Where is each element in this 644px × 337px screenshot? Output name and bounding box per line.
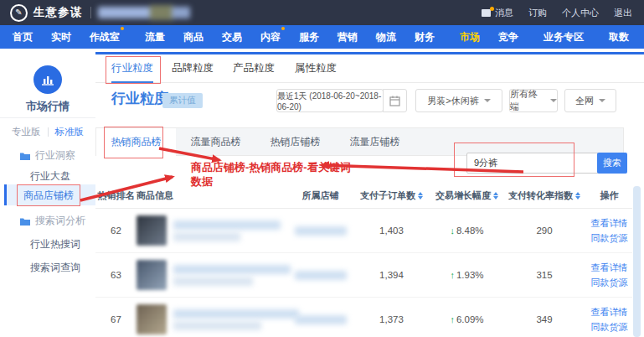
product-cell xyxy=(137,304,289,334)
scrollbar[interactable] xyxy=(633,186,641,337)
notification-dot xyxy=(490,7,494,11)
version-switcher: 专业版 标准版 xyxy=(0,126,95,138)
messages-button[interactable]: 消息 xyxy=(482,7,513,19)
table-row: 63 1,394 ↑1.93% 315 查看详情 同款货源 xyxy=(95,253,632,298)
sort-icon xyxy=(418,192,423,200)
table-header-row: 热销排名 商品信息 所属店铺 支付子订单数 交易增长幅度 支付转化率指数 操作 xyxy=(95,183,632,209)
chevron-down-icon xyxy=(484,99,491,106)
shop-cell xyxy=(289,271,352,280)
nav-item-realtime[interactable]: 实时 xyxy=(42,30,80,44)
blurred-product-text xyxy=(173,307,299,333)
col-growth-sort[interactable]: 交易增长幅度 xyxy=(431,189,502,202)
account-button[interactable]: 个人中心 xyxy=(562,7,599,19)
sidebar-item-hot-search-words[interactable]: 行业热搜词 xyxy=(0,237,95,251)
same-style-source-link[interactable]: 同款货源 xyxy=(591,232,628,245)
divider xyxy=(90,7,91,18)
date-range-picker[interactable]: 最近1天 (2018-06-20~2018-06-20) xyxy=(276,89,384,112)
table-row: 62 1,403 ↓8.48% 290 查看详情 同款货源 xyxy=(95,209,632,253)
col-action: 操作 xyxy=(586,189,632,202)
brand-name: 生意参谋 xyxy=(33,5,82,20)
nav-item-service[interactable]: 服务 xyxy=(290,30,328,44)
action-cell: 查看详情 同款货源 xyxy=(586,306,632,334)
chevron-down-icon xyxy=(550,99,557,106)
nav-item-data-fetch[interactable]: 取数 xyxy=(600,30,638,44)
terminal-dropdown[interactable]: 所有终端 xyxy=(509,89,558,112)
brand-logo-icon: ✎ xyxy=(10,4,28,22)
col-orders-sort[interactable]: 支付子订单数 xyxy=(352,189,431,202)
table-row: 67 1,373 ↑6.09% 349 查看详情 同款货源 xyxy=(95,298,632,337)
shop-cell xyxy=(289,226,352,236)
sidebar-item-product-shop-rank[interactable]: 商品店铺榜 xyxy=(23,189,74,203)
nav-item-academy[interactable]: 学院 xyxy=(638,30,644,44)
message-icon xyxy=(482,9,491,17)
col-product: 商品信息 xyxy=(137,189,289,202)
nav-item-content[interactable]: 内容 xyxy=(251,30,290,44)
nav-item-business-zone[interactable]: 业务专区 xyxy=(534,30,593,44)
tab-traffic-shop-rank[interactable]: 流量店铺榜 xyxy=(335,128,415,155)
sidebar-item-industry-dashboard[interactable]: 行业大盘 xyxy=(0,169,95,184)
tab-pro-version[interactable]: 专业版 xyxy=(12,126,41,138)
growth-cell: ↑1.93% xyxy=(431,270,502,280)
nav-item-market[interactable]: 市场 xyxy=(451,30,489,44)
growth-cell: ↑6.09% xyxy=(431,314,502,324)
growth-value: 6.09% xyxy=(456,314,484,324)
orders-value: 1,373 xyxy=(352,314,431,324)
rank-value: 62 xyxy=(95,226,137,236)
conversion-value: 290 xyxy=(502,226,586,236)
view-detail-link[interactable]: 查看详情 xyxy=(591,262,628,274)
nav-item-marketing[interactable]: 营销 xyxy=(328,30,367,44)
scope-value: 全网 xyxy=(575,95,594,107)
rank-value: 67 xyxy=(95,314,137,324)
view-detail-link[interactable]: 查看详情 xyxy=(591,306,628,319)
tab-industry-granularity[interactable]: 行业粒度 xyxy=(111,54,153,83)
nav-item-warroom[interactable]: 作战室 xyxy=(80,30,129,44)
topbar-right: 消息 订购 个人中心 退出 xyxy=(482,7,644,19)
blurred-shop-text xyxy=(295,271,347,280)
tab-hot-product-rank[interactable]: 热销商品榜 xyxy=(96,128,176,157)
blurred-shop-text xyxy=(295,315,347,324)
same-style-source-link[interactable]: 同款货源 xyxy=(591,277,628,289)
divider xyxy=(0,117,95,118)
logout-button[interactable]: 退出 xyxy=(614,7,632,19)
search-button[interactable]: 搜索 xyxy=(597,153,627,174)
product-thumbnail xyxy=(137,304,167,334)
tab-brand-granularity[interactable]: 品牌粒度 xyxy=(172,54,214,81)
sidebar-item-label: 搜索词查询 xyxy=(30,261,80,275)
sort-icon xyxy=(575,192,580,200)
tab-traffic-product-rank[interactable]: 流量商品榜 xyxy=(176,128,255,155)
blurred-product-text xyxy=(173,218,281,244)
nav-item-goods[interactable]: 商品 xyxy=(174,30,213,44)
sidebar-item-industry-insight[interactable]: 行业洞察 xyxy=(0,148,95,163)
nav-item-logistics[interactable]: 物流 xyxy=(367,30,405,44)
sidebar-item-search-word-query[interactable]: 搜索词查询 xyxy=(0,261,95,275)
scope-dropdown[interactable]: 全网 xyxy=(564,89,616,112)
notification-dot xyxy=(281,27,285,30)
nav-item-traffic[interactable]: 流量 xyxy=(136,30,174,44)
sidebar-item-search-analysis[interactable]: 搜索词分析 xyxy=(0,214,95,228)
growth-value: 1.93% xyxy=(456,270,484,280)
nav-item-trade[interactable]: 交易 xyxy=(213,30,251,44)
category-dropdown[interactable]: 男装>休闲裤 xyxy=(415,89,502,112)
blurred-shop-name xyxy=(98,5,192,20)
tab-product-granularity[interactable]: 产品粒度 xyxy=(233,54,275,81)
tab-attribute-granularity[interactable]: 属性粒度 xyxy=(295,54,337,81)
col-conversion-sort[interactable]: 支付转化率指数 xyxy=(502,189,586,202)
search-input[interactable] xyxy=(466,153,599,174)
conversion-value: 349 xyxy=(502,314,586,324)
product-cell xyxy=(137,215,289,246)
rank-subtabs: 热销商品榜 流量商品榜 热销店铺榜 流量店铺榜 xyxy=(95,127,624,156)
view-detail-link[interactable]: 查看详情 xyxy=(591,217,628,230)
calendar-icon[interactable] xyxy=(383,89,407,112)
sidebar-item-label: 行业大盘 xyxy=(30,169,70,184)
product-cell xyxy=(137,260,289,290)
sidebar-title: 市场行情 xyxy=(0,99,95,114)
main-nav: 首页 实时 作战室 流量 商品 交易 内容 服务 营销 物流 财务 市场 竞争 … xyxy=(0,25,644,49)
nav-item-competition[interactable]: 竞争 xyxy=(489,30,528,44)
nav-item-home[interactable]: 首页 xyxy=(3,30,42,44)
tab-standard-version[interactable]: 标准版 xyxy=(55,126,85,138)
subscribe-button[interactable]: 订购 xyxy=(528,7,547,19)
nav-item-finance[interactable]: 财务 xyxy=(405,30,444,44)
same-style-source-link[interactable]: 同款货源 xyxy=(591,321,628,334)
tab-hot-shop-rank[interactable]: 热销店铺榜 xyxy=(255,128,335,155)
market-chart-icon xyxy=(33,65,62,94)
